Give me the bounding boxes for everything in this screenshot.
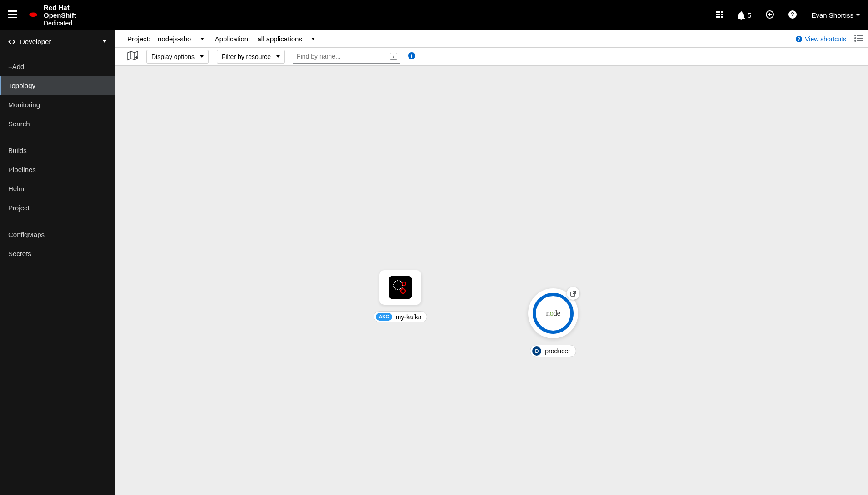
svg-text:?: ? [791, 11, 794, 18]
sidebar: Developer +Add Topology Monitoring Searc… [0, 30, 115, 495]
svg-point-21 [854, 35, 856, 36]
sidebar-item-builds[interactable]: Builds [0, 141, 115, 160]
kafka-name: my-kafka [396, 313, 422, 321]
filter-toolbar: Display options Filter by resource / [115, 48, 868, 66]
svg-rect-0 [8, 10, 17, 12]
svg-rect-28 [136, 56, 137, 59]
svg-point-4 [29, 12, 37, 17]
svg-point-25 [854, 40, 856, 42]
find-by-name-input[interactable] [293, 50, 400, 64]
kafka-card[interactable] [379, 270, 421, 305]
brand-logo[interactable]: Red Hat OpenShift Dedicated [27, 4, 76, 27]
topology-node-producer: node D producer [528, 288, 578, 357]
bell-icon [738, 11, 745, 20]
masthead: Red Hat OpenShift Dedicated 5 ? Evan Sho… [0, 0, 868, 30]
caret-down-icon [103, 40, 106, 43]
producer-inner: node [533, 293, 574, 334]
nav-group-2: Builds Pipelines Helm Project [0, 137, 115, 221]
svg-text:?: ? [798, 37, 800, 42]
svg-rect-12 [718, 16, 720, 18]
perspective-label: Developer [20, 38, 98, 45]
application-label: Application: [215, 35, 250, 43]
app-launcher-icon[interactable] [716, 11, 723, 20]
notification-count: 5 [748, 11, 751, 19]
caret-down-icon [856, 14, 860, 16]
info-circle-icon: ? [796, 36, 802, 42]
open-url-decorator[interactable] [567, 287, 579, 300]
topology-canvas[interactable]: AKC my-kafka node D producer [115, 66, 868, 495]
search-wrapper: / [293, 50, 400, 64]
kafka-label-pill[interactable]: AKC my-kafka [374, 311, 427, 322]
help-icon[interactable]: ? [788, 10, 797, 20]
context-toolbar: Project: nodejs-sbo Application: all app… [115, 30, 868, 48]
topology-node-kafka: AKC my-kafka [374, 270, 427, 322]
sidebar-item-search[interactable]: Search [0, 114, 115, 133]
svg-rect-16 [768, 14, 772, 15]
caret-down-icon [311, 38, 315, 40]
deployment-badge: D [532, 346, 541, 356]
svg-rect-7 [721, 11, 723, 13]
kafka-service-icon [389, 276, 412, 299]
code-icon [8, 39, 15, 45]
svg-point-32 [394, 281, 403, 290]
svg-rect-24 [857, 38, 863, 39]
producer-label-pill[interactable]: D producer [530, 345, 576, 357]
svg-rect-22 [857, 35, 863, 36]
svg-rect-8 [716, 14, 718, 15]
caret-down-icon [200, 38, 204, 40]
sidebar-item-project[interactable]: Project [0, 198, 115, 217]
nav-group-3: ConfigMaps Secrets [0, 221, 115, 267]
filter-info-icon[interactable] [408, 52, 415, 61]
project-value: nodejs-sbo [158, 35, 191, 43]
svg-rect-11 [716, 16, 718, 18]
external-link-icon [570, 291, 576, 297]
application-selector[interactable]: Application: all applications [215, 35, 315, 43]
main-content: Project: nodejs-sbo Application: all app… [115, 30, 868, 495]
svg-point-23 [854, 37, 856, 39]
perspective-switcher[interactable]: Developer [0, 30, 115, 53]
nodejs-runtime-icon: node [546, 309, 560, 318]
hamburger-icon[interactable] [8, 10, 17, 20]
project-label: Project: [127, 35, 150, 43]
list-view-toggle[interactable] [854, 35, 863, 43]
nav-group-1: +Add Topology Monitoring Search [0, 53, 115, 137]
svg-rect-13 [721, 16, 723, 18]
sidebar-item-helm[interactable]: Helm [0, 179, 115, 198]
svg-rect-1 [8, 14, 17, 15]
search-shortcut-key: / [390, 53, 397, 60]
masthead-right: 5 ? Evan Shortiss [716, 10, 860, 20]
svg-rect-6 [718, 11, 720, 13]
sidebar-item-secrets[interactable]: Secrets [0, 244, 115, 263]
notifications-button[interactable]: 5 [738, 11, 751, 20]
svg-rect-5 [716, 11, 718, 13]
topology-layout-icon[interactable] [127, 51, 138, 62]
user-name: Evan Shortiss [811, 11, 853, 19]
display-options-select[interactable]: Display options [146, 50, 209, 64]
svg-rect-2 [8, 17, 17, 18]
sidebar-item-pipelines[interactable]: Pipelines [0, 160, 115, 179]
sidebar-item-add[interactable]: +Add [0, 57, 115, 76]
add-icon[interactable] [766, 10, 774, 20]
producer-name: producer [545, 347, 570, 355]
filter-by-resource-select[interactable]: Filter by resource [217, 50, 285, 64]
producer-circle[interactable]: node [528, 288, 578, 338]
svg-rect-9 [718, 14, 720, 15]
svg-point-33 [402, 282, 406, 286]
masthead-left: Red Hat OpenShift Dedicated [8, 4, 76, 27]
caret-down-icon [276, 55, 280, 58]
sidebar-item-topology[interactable]: Topology [0, 76, 115, 95]
redhat-fedora-icon [27, 10, 39, 21]
view-shortcuts-link[interactable]: ? View shortcuts [796, 35, 846, 43]
sidebar-item-monitoring[interactable]: Monitoring [0, 95, 115, 114]
svg-rect-30 [411, 55, 412, 58]
svg-point-31 [411, 54, 412, 54]
svg-rect-10 [721, 14, 723, 15]
caret-down-icon [200, 55, 204, 58]
application-value: all applications [258, 35, 302, 43]
sidebar-item-configmaps[interactable]: ConfigMaps [0, 225, 115, 244]
user-menu[interactable]: Evan Shortiss [811, 11, 860, 19]
brand-text: Red Hat OpenShift Dedicated [44, 4, 76, 27]
project-selector[interactable]: Project: nodejs-sbo [127, 35, 204, 43]
svg-rect-26 [857, 40, 863, 41]
svg-point-34 [401, 289, 405, 293]
